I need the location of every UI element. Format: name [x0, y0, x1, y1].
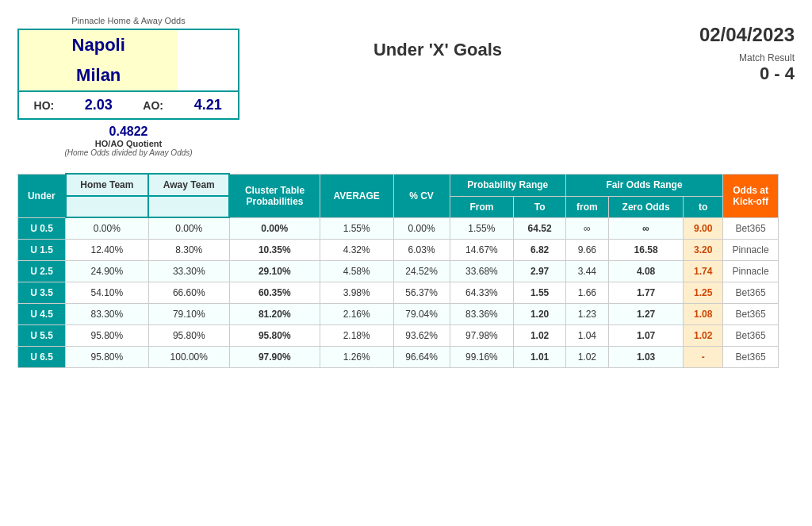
- cell-odds-kickoff: 1.08: [684, 304, 723, 325]
- cell-home-prob: 12.40%: [66, 240, 149, 261]
- cell-away-prob: 66.60%: [148, 282, 229, 304]
- cell-fair-zero: 1.04: [565, 325, 608, 347]
- cell-prob-to: 83.36%: [450, 304, 514, 325]
- cell-home-prob: 24.90%: [66, 261, 149, 282]
- cell-average: 10.35%: [229, 240, 320, 261]
- cell-prob-from: 96.64%: [393, 347, 450, 368]
- table-row: U 2.524.90%33.30%29.10%4.58%24.52%33.68%…: [18, 261, 795, 282]
- cell-fair-from: 64.52: [514, 217, 566, 240]
- th-cluster: Cluster TableProbabilities: [229, 174, 320, 217]
- cell-prob-to: 64.33%: [450, 282, 514, 304]
- away-team-row: Milan: [18, 60, 239, 91]
- th-prob-range: Probability Range: [450, 174, 565, 196]
- th-away-team: Away Team: [148, 174, 229, 196]
- cell-prob-from: 93.62%: [393, 325, 450, 347]
- cell-prob-to: 1.55%: [450, 217, 514, 240]
- cell-cv: 1.26%: [320, 347, 393, 368]
- cell-fair-zero: 3.44: [565, 261, 608, 282]
- cell-prob-to: 99.16%: [450, 347, 514, 368]
- cell-odds-kickoff: 1.74: [684, 261, 723, 282]
- cell-fair-from: 2.97: [514, 261, 566, 282]
- cell-odds-kickoff: -: [684, 347, 723, 368]
- cell-bookmaker: Bet365: [723, 347, 779, 368]
- cell-fair-zero: 1.02: [565, 347, 608, 368]
- cell-fair-zero: ∞: [565, 217, 608, 240]
- cell-home-prob: 0.00%: [66, 217, 149, 240]
- table-row: U 3.554.10%66.60%60.35%3.98%56.37%64.33%…: [18, 282, 795, 304]
- cell-bookmaker: Pinnacle: [723, 240, 779, 261]
- cell-under: U 0.5: [18, 217, 66, 240]
- cell-fair-zero: 1.66: [565, 282, 608, 304]
- cell-fair-zero: 1.23: [565, 304, 608, 325]
- quotient-label: HO/AO Quotient: [17, 139, 239, 148]
- match-date: 02/04/2023: [636, 24, 795, 46]
- cell-cv: 4.32%: [320, 240, 393, 261]
- cell-fair-to: 1.03: [608, 347, 684, 368]
- cell-cv: 2.16%: [320, 304, 393, 325]
- home-team-name: Napoli: [18, 29, 178, 60]
- cell-prob-to: 14.67%: [450, 240, 514, 261]
- cell-bookmaker: Bet365: [723, 282, 779, 304]
- th-prob-to: To: [514, 196, 566, 217]
- cell-average: 0.00%: [229, 217, 320, 240]
- data-table: Under Home Team Away Team Cluster TableP…: [17, 173, 795, 368]
- cell-away-prob: 79.10%: [148, 304, 229, 325]
- cell-prob-from: 56.37%: [393, 282, 450, 304]
- cell-fair-zero: 9.66: [565, 240, 608, 261]
- cell-prob-from: 0.00%: [393, 217, 450, 240]
- match-result-score: 0 - 4: [636, 63, 795, 84]
- cell-prob-from: 6.03%: [393, 240, 450, 261]
- table-row: U 5.595.80%95.80%95.80%2.18%93.62%97.98%…: [18, 325, 795, 347]
- match-result-label: Match Result: [636, 52, 795, 63]
- quotient-sub: (Home Odds divided by Away Odds): [17, 148, 239, 157]
- th-fair-zero: Zero Odds: [608, 196, 684, 217]
- cell-under: U 4.5: [18, 304, 66, 325]
- ho-label: HO:: [18, 91, 69, 119]
- cell-under: U 1.5: [18, 240, 66, 261]
- cell-fair-to: 1.77: [608, 282, 684, 304]
- cell-fair-to: ∞: [608, 217, 684, 240]
- cell-cv: 4.58%: [320, 261, 393, 282]
- cell-fair-to: 1.07: [608, 325, 684, 347]
- cell-fair-to: 1.27: [608, 304, 684, 325]
- right-section: 02/04/2023 Match Result 0 - 4: [636, 16, 795, 84]
- center-section: Under 'X' Goals: [239, 16, 636, 60]
- cell-away-prob: 100.00%: [148, 347, 229, 368]
- cell-cv: 1.55%: [320, 217, 393, 240]
- cell-prob-from: 79.04%: [393, 304, 450, 325]
- cell-under: U 2.5: [18, 261, 66, 282]
- cell-cv: 3.98%: [320, 282, 393, 304]
- cell-cv: 2.18%: [320, 325, 393, 347]
- cell-fair-from: 1.55: [514, 282, 566, 304]
- ao-label: AO:: [128, 91, 178, 119]
- cell-average: 60.35%: [229, 282, 320, 304]
- table-row: U 1.512.40%8.30%10.35%4.32%6.03%14.67%6.…: [18, 240, 795, 261]
- cell-bookmaker: Bet365: [723, 217, 779, 240]
- cell-away-prob: 0.00%: [148, 217, 229, 240]
- cell-fair-from: 1.02: [514, 325, 566, 347]
- cell-odds-kickoff: 1.02: [684, 325, 723, 347]
- table-row: U 6.595.80%100.00%97.90%1.26%96.64%99.16…: [18, 347, 795, 368]
- cell-prob-to: 97.98%: [450, 325, 514, 347]
- header-row-1: Under Home Team Away Team Cluster TableP…: [18, 174, 795, 196]
- th-away-team-label: [148, 196, 229, 217]
- th-odds-kickoff: Odds atKick-off: [723, 174, 779, 217]
- cell-prob-from: 24.52%: [393, 261, 450, 282]
- away-team-name: Milan: [18, 60, 178, 91]
- match-info: Pinnacle Home & Away Odds Napoli Milan H…: [17, 16, 239, 157]
- cell-fair-from: 1.20: [514, 304, 566, 325]
- cell-under: U 5.5: [18, 325, 66, 347]
- cell-under: U 6.5: [18, 347, 66, 368]
- pinnacle-label: Pinnacle Home & Away Odds: [17, 16, 239, 25]
- cell-away-prob: 8.30%: [148, 240, 229, 261]
- cell-average: 97.90%: [229, 347, 320, 368]
- quotient-section: 0.4822 HO/AO Quotient (Home Odds divided…: [17, 125, 239, 157]
- th-average: AVERAGE: [320, 174, 393, 217]
- cell-under: U 3.5: [18, 282, 66, 304]
- page-wrapper: Pinnacle Home & Away Odds Napoli Milan H…: [17, 16, 795, 368]
- th-fair-to: to: [684, 196, 723, 217]
- cell-average: 95.80%: [229, 325, 320, 347]
- table-row: U 4.583.30%79.10%81.20%2.16%79.04%83.36%…: [18, 304, 795, 325]
- th-under: Under: [18, 174, 66, 217]
- cell-odds-kickoff: 1.25: [684, 282, 723, 304]
